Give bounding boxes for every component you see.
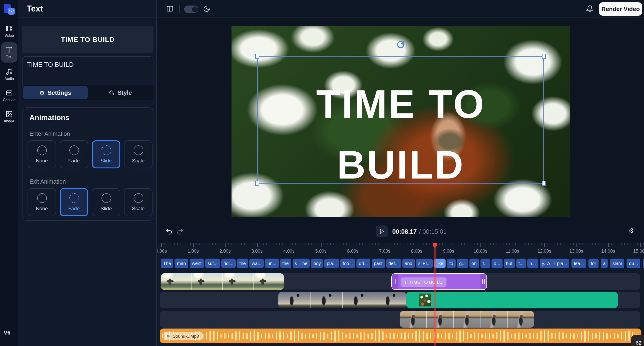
animations-heading: Animations [30,114,69,122]
trim-handle-right[interactable] [480,274,486,289]
caption-word-chip[interactable]: dri... [357,259,370,268]
tab-style[interactable]: Style [88,86,152,99]
caption-word-chip[interactable]: slam [610,259,624,268]
caption-word-chip[interactable]: boy [311,259,323,268]
caption-word-chip[interactable]: g... [457,259,468,268]
caption-word-chip[interactable]: the [280,259,291,268]
resize-handle-top-right[interactable] [542,54,546,59]
surfer-video-clip[interactable] [161,273,284,290]
caption-word-chip[interactable]: for [588,259,598,268]
ruler-tick [382,243,382,245]
caption-word-chip[interactable]: man [174,259,188,268]
caption-word-chip[interactable]: The [161,259,173,268]
enter-anim-fade[interactable]: Fade [60,140,88,168]
rotate-handle-icon[interactable] [396,41,405,49]
timeline-settings-gear-icon[interactable]: ⚙ [628,227,634,234]
canvas-text-overlay[interactable]: TIME TO BUILD [232,74,570,195]
resize-handle-top-left[interactable] [256,54,259,59]
caption-word-chip[interactable]: t... [516,259,526,268]
caption-word-chip[interactable]: went [190,259,204,268]
sidebar-item-video[interactable]: Video [1,21,18,41]
text-preset-preview[interactable]: TIME TO BUILD [22,26,154,53]
waveform-bar [474,332,476,339]
caption-word-chip[interactable]: the [642,259,644,268]
render-video-button[interactable]: Render Video [599,2,642,16]
caption-word-chip[interactable]: to [447,259,456,268]
caption-word-chip[interactable]: wa... [250,259,264,268]
caption-word-chip[interactable]: like [434,259,446,268]
caption-word-chip[interactable]: t... [480,259,490,268]
ruler-tick [187,243,187,245]
video-preview[interactable]: TIME TO BUILD [232,26,570,217]
ruler-tick [627,243,628,245]
caption-word-chip[interactable]: on [469,259,479,268]
cycling-video-clip[interactable] [400,311,534,327]
resize-handle-bottom-right[interactable] [542,181,546,186]
panel-toggle-icon[interactable] [166,5,174,13]
caption-word-chip[interactable]: foo... [340,259,355,268]
caption-word-chip[interactable]: Pl... [420,259,433,268]
caption-word-chip[interactable]: def... [386,259,401,268]
playhead[interactable] [434,243,435,346]
timeline-ruler[interactable]: 0.00s1.00s2.00s3.00s4.00s5.00s6.00s7.00s… [157,243,644,258]
waveform-bar [283,332,284,339]
redo-icon[interactable] [176,228,184,235]
caption-word-chip[interactable]: o... [492,259,502,268]
caption-word-chip[interactable]: du... [627,259,640,268]
panel-tabs: ⚙ Settings Style [22,85,154,100]
caption-word-chip[interactable]: a [600,259,608,268]
exit-anim-scale[interactable]: Scale [124,188,152,216]
enter-animation-options: None Fade Slide Scale [28,140,152,168]
soccer-video-clip[interactable] [278,292,406,308]
caption-word-chip[interactable]: pla... [324,259,339,268]
trim-handle-left[interactable] [392,274,398,289]
theme-toggle[interactable] [184,6,198,13]
play-button[interactable] [376,226,388,237]
exit-anim-slide[interactable]: Slide [92,188,120,216]
waveform-bar [393,333,394,339]
ruler-tick [608,243,609,247]
audio-clip[interactable]: Sound-1.Mp3 [160,328,641,343]
waveform-bar [551,333,552,339]
caption-word-chip[interactable]: n... [527,259,538,268]
waveform-bar [518,332,520,340]
ruler-tick [375,243,376,245]
sidebar-item-text[interactable]: Text [1,42,18,63]
captions-icon [6,89,13,97]
caption-word-chip[interactable]: pla... [555,259,569,268]
enter-anim-slide[interactable]: Slide [92,140,120,168]
anim-circle-icon [134,193,143,203]
sidebar-item-caption[interactable]: Caption [1,86,18,106]
caption-word-chip[interactable]: and [402,259,414,268]
moon-icon[interactable] [203,5,210,13]
text-clip[interactable]: T TIME TO BUILD [391,273,487,290]
caption-word-chip[interactable]: A [545,259,552,268]
undo-icon[interactable] [165,228,173,235]
ruler-tick [586,243,586,245]
text-content-input[interactable]: TIME TO BUILD [22,56,154,89]
ruler-tick [334,243,334,245]
enter-anim-none[interactable]: None [28,140,56,168]
exit-anim-none[interactable]: None [28,188,56,216]
caption-word-chip[interactable]: sur... [205,259,220,268]
caption-word-chip[interactable]: the [237,259,248,268]
waveform-bar [595,333,597,339]
sidebar-item-audio[interactable]: Audio [1,64,18,85]
bell-icon[interactable] [586,5,594,13]
sidebar-item-image[interactable]: Image [1,107,18,127]
flower-video-clip[interactable] [406,292,618,308]
enter-anim-scale[interactable]: Scale [124,140,152,168]
ruler-tick [445,243,446,245]
waveform-bar [412,333,413,339]
exit-anim-fade[interactable]: Fade [60,188,88,216]
caption-word-chip[interactable]: but [504,259,515,268]
caption-word-chip[interactable]: un... [265,259,278,268]
resize-handle-bottom-left[interactable] [256,181,259,186]
caption-word-chip[interactable]: lea... [572,259,586,268]
waveform-bar [606,333,608,339]
caption-word-chip[interactable]: The [297,259,310,268]
caption-word-chip[interactable]: past [372,259,385,268]
caption-word-chip[interactable]: ridi... [221,259,236,268]
tab-settings[interactable]: ⚙ Settings [23,86,88,99]
ruler-tick [216,243,216,245]
